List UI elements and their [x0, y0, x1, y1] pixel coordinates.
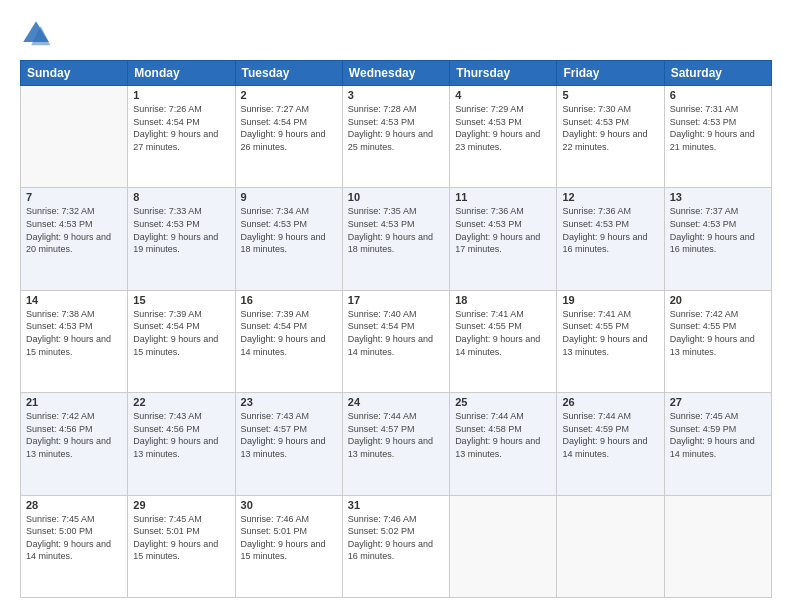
calendar-body: 1Sunrise: 7:26 AMSunset: 4:54 PMDaylight…	[21, 86, 772, 598]
calendar-day-cell: 19Sunrise: 7:41 AMSunset: 4:55 PMDayligh…	[557, 290, 664, 392]
calendar-day-cell: 4Sunrise: 7:29 AMSunset: 4:53 PMDaylight…	[450, 86, 557, 188]
day-number: 9	[241, 191, 337, 203]
calendar-day-cell: 11Sunrise: 7:36 AMSunset: 4:53 PMDayligh…	[450, 188, 557, 290]
day-info: Sunrise: 7:44 AMSunset: 4:57 PMDaylight:…	[348, 410, 444, 460]
calendar-day-cell: 29Sunrise: 7:45 AMSunset: 5:01 PMDayligh…	[128, 495, 235, 597]
weekday-header-cell: Wednesday	[342, 61, 449, 86]
day-info: Sunrise: 7:44 AMSunset: 4:59 PMDaylight:…	[562, 410, 658, 460]
day-info: Sunrise: 7:38 AMSunset: 4:53 PMDaylight:…	[26, 308, 122, 358]
calendar-day-cell: 10Sunrise: 7:35 AMSunset: 4:53 PMDayligh…	[342, 188, 449, 290]
day-info: Sunrise: 7:34 AMSunset: 4:53 PMDaylight:…	[241, 205, 337, 255]
weekday-header-cell: Tuesday	[235, 61, 342, 86]
day-number: 1	[133, 89, 229, 101]
calendar-day-cell: 3Sunrise: 7:28 AMSunset: 4:53 PMDaylight…	[342, 86, 449, 188]
day-number: 24	[348, 396, 444, 408]
day-number: 12	[562, 191, 658, 203]
calendar-day-cell: 2Sunrise: 7:27 AMSunset: 4:54 PMDaylight…	[235, 86, 342, 188]
calendar-day-cell	[450, 495, 557, 597]
day-number: 22	[133, 396, 229, 408]
weekday-header-cell: Thursday	[450, 61, 557, 86]
calendar-day-cell: 6Sunrise: 7:31 AMSunset: 4:53 PMDaylight…	[664, 86, 771, 188]
day-info: Sunrise: 7:44 AMSunset: 4:58 PMDaylight:…	[455, 410, 551, 460]
calendar-week-row: 21Sunrise: 7:42 AMSunset: 4:56 PMDayligh…	[21, 393, 772, 495]
calendar-page: SundayMondayTuesdayWednesdayThursdayFrid…	[0, 0, 792, 612]
calendar-day-cell: 7Sunrise: 7:32 AMSunset: 4:53 PMDaylight…	[21, 188, 128, 290]
day-info: Sunrise: 7:45 AMSunset: 5:00 PMDaylight:…	[26, 513, 122, 563]
day-info: Sunrise: 7:42 AMSunset: 4:55 PMDaylight:…	[670, 308, 766, 358]
day-number: 8	[133, 191, 229, 203]
day-number: 16	[241, 294, 337, 306]
calendar-day-cell: 18Sunrise: 7:41 AMSunset: 4:55 PMDayligh…	[450, 290, 557, 392]
calendar-day-cell: 24Sunrise: 7:44 AMSunset: 4:57 PMDayligh…	[342, 393, 449, 495]
weekday-header-cell: Monday	[128, 61, 235, 86]
calendar-day-cell: 1Sunrise: 7:26 AMSunset: 4:54 PMDaylight…	[128, 86, 235, 188]
day-info: Sunrise: 7:39 AMSunset: 4:54 PMDaylight:…	[133, 308, 229, 358]
day-number: 18	[455, 294, 551, 306]
day-number: 3	[348, 89, 444, 101]
calendar-day-cell: 8Sunrise: 7:33 AMSunset: 4:53 PMDaylight…	[128, 188, 235, 290]
calendar-day-cell: 31Sunrise: 7:46 AMSunset: 5:02 PMDayligh…	[342, 495, 449, 597]
day-info: Sunrise: 7:41 AMSunset: 4:55 PMDaylight:…	[562, 308, 658, 358]
calendar-day-cell: 23Sunrise: 7:43 AMSunset: 4:57 PMDayligh…	[235, 393, 342, 495]
day-info: Sunrise: 7:28 AMSunset: 4:53 PMDaylight:…	[348, 103, 444, 153]
day-info: Sunrise: 7:30 AMSunset: 4:53 PMDaylight:…	[562, 103, 658, 153]
day-info: Sunrise: 7:27 AMSunset: 4:54 PMDaylight:…	[241, 103, 337, 153]
calendar-day-cell: 20Sunrise: 7:42 AMSunset: 4:55 PMDayligh…	[664, 290, 771, 392]
day-info: Sunrise: 7:35 AMSunset: 4:53 PMDaylight:…	[348, 205, 444, 255]
calendar-day-cell: 15Sunrise: 7:39 AMSunset: 4:54 PMDayligh…	[128, 290, 235, 392]
day-info: Sunrise: 7:29 AMSunset: 4:53 PMDaylight:…	[455, 103, 551, 153]
calendar-day-cell: 5Sunrise: 7:30 AMSunset: 4:53 PMDaylight…	[557, 86, 664, 188]
day-number: 10	[348, 191, 444, 203]
calendar-day-cell: 16Sunrise: 7:39 AMSunset: 4:54 PMDayligh…	[235, 290, 342, 392]
calendar-day-cell: 21Sunrise: 7:42 AMSunset: 4:56 PMDayligh…	[21, 393, 128, 495]
calendar-day-cell: 13Sunrise: 7:37 AMSunset: 4:53 PMDayligh…	[664, 188, 771, 290]
day-info: Sunrise: 7:43 AMSunset: 4:56 PMDaylight:…	[133, 410, 229, 460]
logo	[20, 18, 56, 50]
day-number: 11	[455, 191, 551, 203]
day-info: Sunrise: 7:46 AMSunset: 5:02 PMDaylight:…	[348, 513, 444, 563]
weekday-header-cell: Sunday	[21, 61, 128, 86]
day-number: 5	[562, 89, 658, 101]
day-number: 7	[26, 191, 122, 203]
day-number: 4	[455, 89, 551, 101]
calendar-day-cell: 22Sunrise: 7:43 AMSunset: 4:56 PMDayligh…	[128, 393, 235, 495]
day-info: Sunrise: 7:42 AMSunset: 4:56 PMDaylight:…	[26, 410, 122, 460]
weekday-header-cell: Friday	[557, 61, 664, 86]
day-number: 31	[348, 499, 444, 511]
header	[20, 18, 772, 50]
calendar-week-row: 14Sunrise: 7:38 AMSunset: 4:53 PMDayligh…	[21, 290, 772, 392]
day-number: 28	[26, 499, 122, 511]
day-number: 17	[348, 294, 444, 306]
weekday-header-cell: Saturday	[664, 61, 771, 86]
day-number: 14	[26, 294, 122, 306]
calendar-week-row: 7Sunrise: 7:32 AMSunset: 4:53 PMDaylight…	[21, 188, 772, 290]
day-info: Sunrise: 7:32 AMSunset: 4:53 PMDaylight:…	[26, 205, 122, 255]
calendar-week-row: 1Sunrise: 7:26 AMSunset: 4:54 PMDaylight…	[21, 86, 772, 188]
day-number: 19	[562, 294, 658, 306]
day-info: Sunrise: 7:43 AMSunset: 4:57 PMDaylight:…	[241, 410, 337, 460]
calendar-day-cell	[557, 495, 664, 597]
day-info: Sunrise: 7:41 AMSunset: 4:55 PMDaylight:…	[455, 308, 551, 358]
day-number: 30	[241, 499, 337, 511]
calendar-table: SundayMondayTuesdayWednesdayThursdayFrid…	[20, 60, 772, 598]
day-info: Sunrise: 7:31 AMSunset: 4:53 PMDaylight:…	[670, 103, 766, 153]
day-number: 20	[670, 294, 766, 306]
calendar-day-cell: 27Sunrise: 7:45 AMSunset: 4:59 PMDayligh…	[664, 393, 771, 495]
calendar-day-cell: 28Sunrise: 7:45 AMSunset: 5:00 PMDayligh…	[21, 495, 128, 597]
day-number: 21	[26, 396, 122, 408]
day-info: Sunrise: 7:36 AMSunset: 4:53 PMDaylight:…	[455, 205, 551, 255]
day-number: 2	[241, 89, 337, 101]
calendar-day-cell: 30Sunrise: 7:46 AMSunset: 5:01 PMDayligh…	[235, 495, 342, 597]
day-info: Sunrise: 7:39 AMSunset: 4:54 PMDaylight:…	[241, 308, 337, 358]
calendar-day-cell	[21, 86, 128, 188]
calendar-day-cell: 12Sunrise: 7:36 AMSunset: 4:53 PMDayligh…	[557, 188, 664, 290]
calendar-day-cell: 25Sunrise: 7:44 AMSunset: 4:58 PMDayligh…	[450, 393, 557, 495]
day-info: Sunrise: 7:33 AMSunset: 4:53 PMDaylight:…	[133, 205, 229, 255]
day-info: Sunrise: 7:37 AMSunset: 4:53 PMDaylight:…	[670, 205, 766, 255]
day-info: Sunrise: 7:45 AMSunset: 4:59 PMDaylight:…	[670, 410, 766, 460]
calendar-week-row: 28Sunrise: 7:45 AMSunset: 5:00 PMDayligh…	[21, 495, 772, 597]
calendar-day-cell: 9Sunrise: 7:34 AMSunset: 4:53 PMDaylight…	[235, 188, 342, 290]
day-info: Sunrise: 7:46 AMSunset: 5:01 PMDaylight:…	[241, 513, 337, 563]
calendar-day-cell: 26Sunrise: 7:44 AMSunset: 4:59 PMDayligh…	[557, 393, 664, 495]
day-number: 15	[133, 294, 229, 306]
